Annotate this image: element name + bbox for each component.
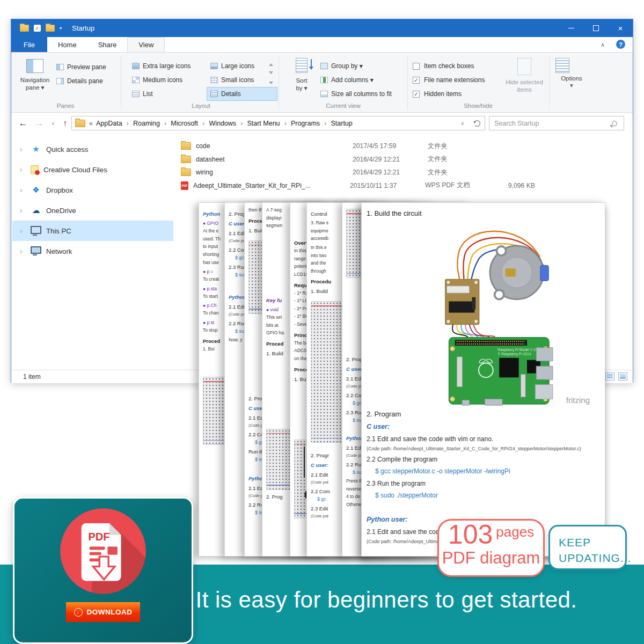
breadcrumb-item[interactable]: Windows › — [209, 119, 247, 127]
file-name: datasheet — [196, 156, 353, 163]
sort-by-button[interactable]: Sort by ▾ — [286, 58, 317, 92]
breadcrumb-item[interactable]: Roaming › — [133, 119, 171, 127]
sidebar-item[interactable]: › Creative Cloud Files — [12, 159, 173, 180]
show-hide-checkbox-row[interactable]: ✓ Hidden items — [413, 87, 485, 101]
current-view-button[interactable]: Group by ▾ — [320, 59, 392, 73]
quick-access-icon[interactable] — [20, 25, 29, 32]
back-button[interactable]: ← — [17, 113, 30, 134]
recent-locations-icon[interactable]: ∨ — [47, 113, 60, 134]
show-hide-checkbox-row[interactable]: ✓ File name extensions — [413, 73, 485, 87]
sidebar-item-label: This PC — [46, 227, 71, 235]
pdf-line: 2.1 Edit and save the code with vim or n… — [367, 435, 599, 443]
refresh-button[interactable] — [469, 116, 485, 130]
expand-chevron-icon[interactable]: › — [20, 186, 24, 194]
file-icon — [181, 156, 191, 163]
current-view-icon — [320, 91, 328, 97]
ribbon-tab[interactable]: View — [127, 37, 165, 52]
search-box[interactable] — [489, 116, 624, 130]
expand-chevron-icon[interactable]: › — [20, 145, 24, 153]
details-pane-icon — [56, 78, 64, 84]
sidebar-item-label: Quick access — [46, 145, 88, 153]
current-view-button[interactable]: Size all columns to fit — [320, 87, 392, 101]
file-row[interactable]: code 2017/4/5 17:59 文件夹 — [181, 140, 538, 153]
ribbon-tab[interactable]: Home — [47, 37, 87, 52]
breadcrumb-item[interactable]: Start Menu › — [247, 119, 290, 127]
ribbon-tab[interactable]: Share — [87, 37, 128, 52]
window-title: Startup — [72, 24, 94, 32]
layout-option[interactable]: Extra large icons — [128, 59, 207, 73]
group-divider — [549, 56, 550, 110]
layout-option[interactable]: Medium icons — [128, 73, 207, 87]
layout-option[interactable]: Details — [207, 87, 277, 101]
layout-option[interactable]: Small icons — [207, 73, 277, 87]
breadcrumb-item[interactable]: Microsoft › — [171, 119, 209, 127]
scroll-down-icon[interactable] — [269, 71, 273, 76]
pdf-download-card: PDF ↓ DOWNLOAD — [13, 497, 193, 644]
sidebar-item[interactable]: › This PC — [12, 221, 173, 241]
sidebar-item[interactable]: › ★ Quick access — [12, 139, 173, 159]
pdf-line: (Code path: /home/Adeept_Ultimate_Starte… — [367, 446, 599, 451]
show-hide-checkbox-row[interactable]: Item check boxes — [413, 59, 485, 73]
scroll-up-icon[interactable] — [269, 61, 273, 66]
hide-selected-items-button[interactable]: Hide selected items — [503, 58, 546, 93]
panes-group-label: Panes — [11, 103, 120, 109]
details-view-toggle[interactable] — [605, 372, 614, 380]
address-dropdown-icon[interactable]: ∨ — [460, 121, 469, 126]
layout-option[interactable]: List — [128, 87, 207, 101]
scroll-more-icon[interactable] — [269, 82, 273, 86]
breadcrumb-item[interactable]: AppData › — [96, 119, 133, 127]
layout-option[interactable]: Large icons — [207, 59, 277, 73]
checkbox-icon[interactable]: ✓ — [413, 91, 420, 98]
file-date: 2016/4/29 12:21 — [353, 169, 428, 176]
forward-button[interactable]: → — [33, 113, 46, 134]
expand-chevron-icon[interactable]: › — [20, 165, 24, 174]
quick-access-icon[interactable]: ▾ — [60, 26, 62, 31]
quick-access-icon[interactable]: ✓ — [34, 25, 41, 32]
expand-chevron-icon[interactable]: › — [20, 206, 24, 215]
window-control-button[interactable]: × — [608, 19, 633, 37]
file-row[interactable]: wiring 2016/4/29 12:21 文件夹 — [181, 166, 538, 179]
address-bar[interactable]: « AppData › Roaming › — [71, 116, 470, 130]
options-button[interactable]: Options ▾ — [555, 58, 588, 89]
sidebar-item[interactable]: › Network — [12, 241, 173, 261]
quick-access-icon[interactable] — [46, 25, 55, 32]
help-icon[interactable]: ? — [616, 40, 625, 49]
sidebar-item-label: Creative Cloud Files — [43, 166, 107, 174]
show-hide-group-label: Show/hide — [408, 103, 548, 109]
collapse-ribbon-icon[interactable]: ∧ — [601, 41, 605, 48]
checkbox-icon[interactable]: ✓ — [413, 77, 420, 84]
search-input[interactable] — [489, 119, 612, 128]
sidebar-item[interactable]: › ❖ Dropbox — [12, 180, 173, 200]
expand-chevron-icon[interactable]: › — [20, 226, 24, 235]
file-name: wiring — [196, 169, 353, 176]
details-pane-button[interactable]: Details pane — [56, 75, 103, 87]
checkbox-icon[interactable] — [413, 63, 420, 70]
breadcrumb-item[interactable]: Programs › — [291, 119, 331, 127]
file-type: 文件夹 — [428, 142, 508, 151]
sidebar-item[interactable]: › ☁ OneDrive — [12, 200, 173, 221]
sidebar-item-icon: ★ — [31, 145, 41, 153]
file-row[interactable]: datasheet 2016/4/29 12:21 文件夹 — [181, 153, 538, 166]
address-row: ← → ∨ ↑ « AppData › Roaming — [11, 113, 633, 135]
file-row[interactable]: Adeept_Ultimate_Starter_Kit_for_RPi_... … — [181, 179, 538, 193]
ribbon-tab[interactable]: File — [11, 37, 47, 52]
breadcrumb-overflow-icon[interactable]: « — [89, 120, 93, 127]
breadcrumb-item[interactable]: Startup › — [331, 120, 352, 127]
window-control-button[interactable] — [559, 19, 583, 37]
layout-option-icon — [210, 77, 218, 83]
navigation-pane-button[interactable]: Navigation pane ▾ — [17, 58, 53, 91]
search-icon — [612, 121, 617, 126]
download-button[interactable]: ↓ DOWNLOAD — [66, 602, 140, 622]
ribbon-tab-row: FileHomeShareView ∧ ? — [11, 37, 633, 53]
current-view-button[interactable]: Add columns ▾ — [320, 73, 392, 87]
camera-connector — [521, 375, 525, 397]
window-control-button[interactable] — [583, 19, 608, 37]
preview-pane-button[interactable]: Preview pane — [56, 61, 106, 73]
board-label: Raspberry Pi Model 2 v1.1 — [497, 348, 540, 352]
up-button[interactable]: ↑ — [58, 113, 71, 134]
pdf-line: $ gcc stepperMotor.c -o stepperMotor -lw… — [367, 467, 599, 475]
thumbnail-view-toggle[interactable] — [618, 372, 627, 380]
expand-chevron-icon[interactable]: › — [20, 247, 24, 255]
breadcrumb-separator-icon: › — [240, 119, 243, 127]
refresh-icon — [474, 120, 480, 127]
